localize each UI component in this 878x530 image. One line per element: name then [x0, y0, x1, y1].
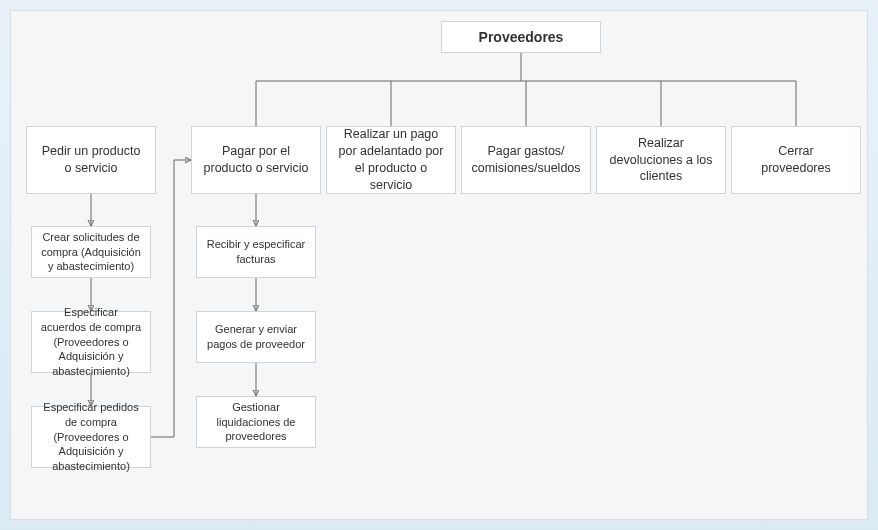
- cat-close-vendors: Cerrar proveedores: [731, 126, 861, 194]
- cat-prepay: Realizar un pago por adelantado por el p…: [326, 126, 456, 194]
- sub-specify-orders: Especificar pedidos de compra (Proveedor…: [31, 406, 151, 468]
- diagram-inner: Proveedores Pedir un producto o servicio…: [10, 10, 868, 520]
- sub-generate-payments: Generar y enviar pagos de proveedor: [196, 311, 316, 363]
- sub-manage-settlements: Gestionar liquidaciones de proveedores: [196, 396, 316, 448]
- sub-receive-invoices: Recibir y especificar facturas: [196, 226, 316, 278]
- diagram-canvas: Proveedores Pedir un producto o servicio…: [0, 0, 878, 530]
- root-node: Proveedores: [441, 21, 601, 53]
- sub-specify-agreements: Especificar acuerdos de compra (Proveedo…: [31, 311, 151, 373]
- cat-expenses: Pagar gastos/ comisiones/sueldos: [461, 126, 591, 194]
- cat-customer-returns: Realizar devoluciones a los clientes: [596, 126, 726, 194]
- sub-create-pr: Crear solicitudes de compra (Adquisición…: [31, 226, 151, 278]
- cat-pay-product: Pagar por el producto o servicio: [191, 126, 321, 194]
- cat-order-product: Pedir un producto o servicio: [26, 126, 156, 194]
